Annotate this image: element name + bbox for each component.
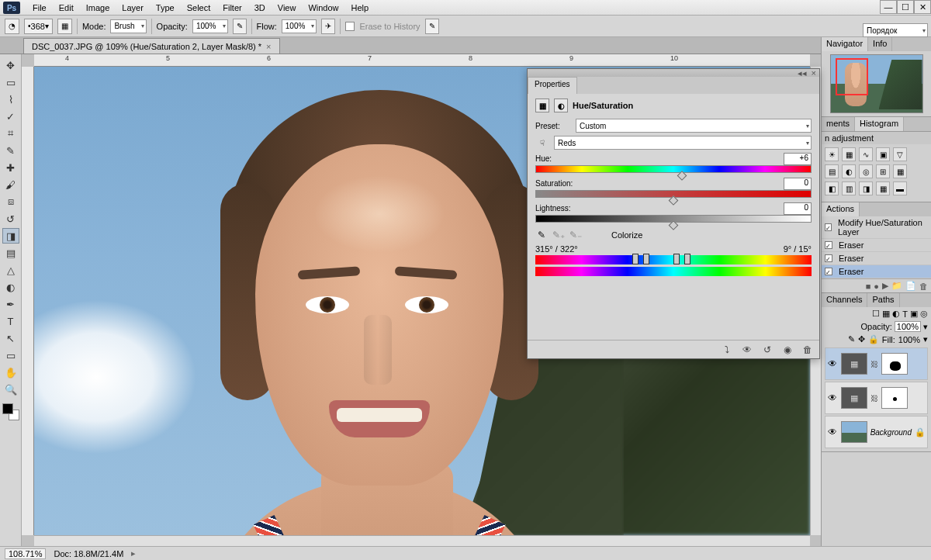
menu-select[interactable]: Select [181,0,217,16]
tool-preset-button[interactable]: ◔ [5,19,19,34]
range-marker[interactable] [632,254,639,264]
layer-mask-thumbnail[interactable] [881,387,908,409]
visibility-icon[interactable]: 👁 [827,392,838,403]
view-previous-icon[interactable]: 👁 [740,344,754,356]
shape-tool[interactable]: ▭ [2,347,19,363]
flow-field[interactable]: 100% [282,19,317,33]
adj-threshold-icon[interactable]: ◨ [859,181,873,195]
paths-tab[interactable]: Paths [867,293,899,307]
range-marker[interactable] [684,254,690,264]
crop-tool[interactable]: ⌗ [2,126,19,141]
menu-3d[interactable]: 3D [248,0,272,16]
navigator-thumbnail[interactable] [830,54,923,113]
layer-row[interactable]: 👁 ▦ ⛓ [825,382,928,414]
layer-row[interactable]: 👁 Background 🔒 [825,416,928,448]
eyedropper-add-icon[interactable]: ✎₊ [552,229,565,241]
window-minimize-button[interactable]: — [880,0,897,14]
type-tool[interactable]: T [2,313,19,329]
delete-adjustment-icon[interactable]: 🗑 [801,344,815,356]
navigator-view-box[interactable] [836,58,868,95]
layer-fill-field[interactable]: 100% [898,335,920,344]
erase-history-checkbox[interactable] [345,22,355,31]
toggle-visibility-icon[interactable]: ◉ [780,344,794,356]
adj-levels-icon[interactable]: ▦ [842,147,856,161]
move-tool[interactable]: ✥ [2,57,19,73]
delete-action-icon[interactable]: 🗑 [919,282,928,291]
adj-gradient-map-icon[interactable]: ▬ [893,181,907,195]
saturation-slider[interactable] [535,190,812,198]
lightness-value-input[interactable]: 0 [784,202,812,215]
layer-thumbnail[interactable]: ▦ [841,387,867,409]
brush-tool[interactable]: 🖌 [2,177,19,192]
scrollbar-horizontal[interactable] [34,535,810,546]
menu-layer[interactable]: Layer [116,0,150,16]
workspace-dropdown[interactable]: Порядок [863,23,928,37]
stop-action-icon[interactable]: ■ [866,282,871,291]
adj-channel-mixer-icon[interactable]: ⊞ [876,164,890,178]
histogram-tab[interactable]: Histogram [855,117,904,131]
quick-select-tool[interactable]: ✓ [2,109,19,124]
adj-hue-icon[interactable]: ▤ [825,164,839,178]
adj-lut-icon[interactable]: ▦ [893,164,907,178]
visibility-icon[interactable]: 👁 [827,427,838,437]
color-swatches[interactable] [2,403,19,420]
layer-thumbnail[interactable]: ▦ [841,353,867,375]
targeted-adjust-icon[interactable]: ☟ [535,136,549,150]
menu-window[interactable]: Window [302,0,344,16]
layer-name[interactable]: Background [870,428,912,437]
pen-tool[interactable]: ✒ [2,296,19,312]
airbrush-button[interactable]: ✈ [321,19,335,34]
path-select-tool[interactable]: ↖ [2,330,19,346]
ruler-vertical[interactable] [22,67,34,535]
adj-curves-icon[interactable]: ∿ [859,147,873,161]
mode-dropdown[interactable]: Brush [110,19,146,33]
layer-row[interactable]: 👁 ▦ ⛓ [825,347,928,380]
adj-photo-filter-icon[interactable]: ◎ [859,164,873,178]
action-item[interactable]: Eraser [822,265,931,278]
healing-tool[interactable]: ✚ [2,160,19,175]
dodge-tool[interactable]: ◐ [2,279,19,295]
brush-panel-button[interactable]: ▦ [57,19,72,34]
ruler-horizontal[interactable]: 4 5 6 7 8 9 10 [34,54,810,67]
adj-brightness-icon[interactable]: ☀ [825,147,839,161]
menu-view[interactable]: View [272,0,303,16]
history-brush-tool[interactable]: ↺ [2,211,19,226]
foreground-color-swatch[interactable] [2,403,13,414]
navigator-tab[interactable]: Navigator [822,37,868,51]
adjustments-tab[interactable]: ments [822,117,855,131]
opacity-field[interactable]: 100% [192,19,228,33]
saturation-value-input[interactable]: 0 [784,178,812,190]
hand-tool[interactable]: ✋ [2,365,19,380]
pressure-size-button[interactable]: ✎ [425,19,439,34]
menu-file[interactable]: File [26,0,53,16]
clip-to-layer-icon[interactable]: ⤵ [720,344,734,356]
adj-bw-icon[interactable]: ◐ [842,164,856,178]
visibility-icon[interactable]: 👁 [827,358,838,369]
adj-posterize-icon[interactable]: ▥ [842,181,856,195]
info-tab[interactable]: Info [868,37,892,51]
hue-slider[interactable] [535,165,812,173]
new-action-icon[interactable]: 📄 [905,281,916,291]
pressure-opacity-button[interactable]: ✎ [233,19,247,34]
adj-vibrance-icon[interactable]: ▽ [893,147,907,161]
window-maximize-button[interactable]: ☐ [897,0,914,14]
eyedropper-set-icon[interactable]: ✎ [535,229,548,241]
window-close-button[interactable]: ✕ [914,0,931,14]
marquee-tool[interactable]: ▭ [2,74,19,90]
close-tab-icon[interactable]: × [266,42,271,51]
lightness-slider[interactable] [535,215,812,223]
adj-selective-icon[interactable]: ▦ [876,181,890,195]
action-item[interactable]: Eraser [822,239,931,252]
range-marker[interactable] [643,254,649,264]
adj-invert-icon[interactable]: ◧ [825,181,839,195]
layer-mask-thumbnail[interactable] [881,353,908,375]
new-set-icon[interactable]: 📁 [891,281,902,291]
reset-icon[interactable]: ↺ [760,344,774,356]
action-item[interactable]: Modify Hue/Saturation Layer [822,216,931,239]
channels-tab[interactable]: Channels [822,293,867,307]
menu-help[interactable]: Help [345,0,376,16]
link-icon[interactable]: ⛓ [870,360,878,368]
link-icon[interactable]: ⛓ [870,394,878,403]
menu-image[interactable]: Image [80,0,116,16]
mask-mode-icon[interactable]: ◐ [554,99,568,112]
